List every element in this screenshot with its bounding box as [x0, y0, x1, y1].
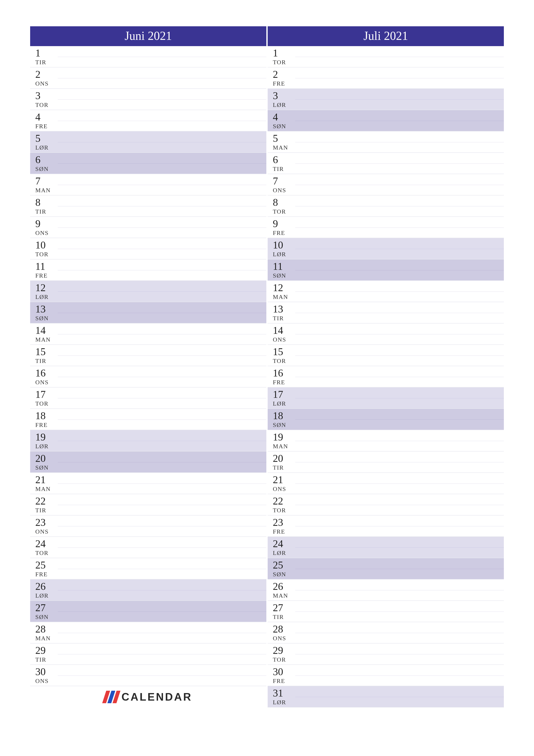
day-divider	[295, 483, 504, 484]
day-row: 26LØR	[30, 580, 267, 601]
day-divider	[58, 334, 267, 335]
day-weekday: TOR	[273, 208, 504, 215]
day-weekday: LØR	[35, 293, 267, 300]
day-row: 14MAN	[30, 323, 267, 345]
day-divider	[295, 99, 504, 100]
calendar-container: Juni 2021 1TIR2ONS3TOR4FRE5LØR6SØN7MAN8T…	[30, 26, 504, 708]
day-weekday: MAN	[273, 443, 504, 450]
day-divider	[58, 291, 267, 292]
day-row: 14ONS	[267, 323, 504, 345]
day-row: 17LØR	[267, 388, 504, 409]
day-divider	[295, 462, 504, 463]
day-divider	[295, 78, 504, 78]
day-row: 24LØR	[267, 537, 504, 558]
day-divider	[58, 547, 267, 548]
day-divider	[58, 249, 267, 249]
day-row: 20TIR	[267, 451, 504, 473]
day-row: 17TOR	[30, 388, 267, 409]
day-row: 9FRE	[267, 217, 504, 238]
day-row: 11SØN	[267, 259, 504, 281]
day-divider	[295, 185, 504, 185]
day-row: 19LØR	[30, 430, 267, 451]
day-weekday: TOR	[273, 507, 504, 514]
month-header: Juni 2021	[30, 26, 267, 46]
day-weekday: TIR	[35, 59, 267, 66]
day-weekday: LØR	[273, 550, 504, 556]
day-row: 23FRE	[267, 516, 504, 537]
day-divider	[58, 590, 267, 590]
day-weekday: MAN	[273, 592, 504, 599]
day-divider	[58, 57, 267, 57]
day-weekday: ONS	[273, 336, 504, 343]
day-weekday: SØN	[35, 166, 267, 173]
day-row: 8TIR	[30, 196, 267, 217]
day-weekday: SØN	[273, 421, 504, 428]
day-row: 25SØN	[267, 558, 504, 580]
day-row: 16FRE	[267, 366, 504, 388]
day-divider	[295, 355, 504, 356]
day-weekday: ONS	[35, 80, 267, 87]
day-weekday: FRE	[35, 272, 267, 279]
day-weekday: TOR	[35, 251, 267, 258]
day-weekday: MAN	[35, 336, 267, 343]
day-weekday: FRE	[273, 678, 504, 685]
day-divider	[58, 313, 267, 313]
day-weekday: SØN	[273, 123, 504, 130]
day-row: 10TOR	[30, 238, 267, 259]
day-divider	[58, 228, 267, 228]
day-weekday: TOR	[273, 59, 504, 66]
day-divider	[295, 142, 504, 143]
day-row: 1TOR	[267, 46, 504, 68]
day-weekday: SØN	[35, 464, 267, 471]
day-row: 11FRE	[30, 259, 267, 281]
day-row: 3LØR	[267, 89, 504, 110]
day-weekday: ONS	[35, 678, 267, 685]
day-divider	[58, 78, 267, 78]
day-row: 6TIR	[267, 153, 504, 174]
day-row: 3TOR	[30, 89, 267, 110]
day-row: 29TIR	[30, 643, 267, 665]
day-divider	[295, 419, 504, 420]
day-weekday: MAN	[35, 635, 267, 642]
day-divider	[295, 654, 504, 655]
day-weekday: TIR	[273, 166, 504, 173]
day-row: 9ONS	[30, 217, 267, 238]
day-divider	[295, 270, 504, 270]
day-divider	[295, 398, 504, 398]
day-weekday: TIR	[273, 464, 504, 471]
day-divider	[58, 526, 267, 526]
month-header: Juli 2021	[267, 26, 504, 46]
day-row: 13SØN	[30, 302, 267, 323]
day-weekday: SØN	[35, 315, 267, 322]
day-row: 20SØN	[30, 451, 267, 473]
day-divider	[58, 355, 267, 356]
day-divider	[295, 228, 504, 228]
day-row: 29TOR	[267, 643, 504, 665]
month-column-july: Juli 2021 1TOR2FRE3LØR4SØN5MAN6TIR7ONS8T…	[267, 26, 504, 708]
day-row: 12LØR	[30, 281, 267, 302]
month-days: 1TOR2FRE3LØR4SØN5MAN6TIR7ONS8TOR9FRE10LØ…	[267, 46, 504, 708]
day-divider	[58, 611, 267, 612]
day-weekday: LØR	[35, 144, 267, 151]
day-weekday: FRE	[35, 571, 267, 578]
day-weekday: TOR	[35, 550, 267, 556]
day-row: 27TIR	[267, 601, 504, 622]
day-divider	[295, 377, 504, 377]
day-row: 16ONS	[30, 366, 267, 388]
day-divider	[58, 270, 267, 270]
day-weekday: TIR	[35, 358, 267, 364]
day-weekday: LØR	[273, 251, 504, 258]
logo-text: CALENDAR	[121, 691, 192, 703]
day-row: 1TIR	[30, 46, 267, 68]
month-days: 1TIR2ONS3TOR4FRE5LØR6SØN7MAN8TIR9ONS10TO…	[30, 46, 267, 686]
day-row: 28ONS	[267, 622, 504, 643]
day-row: 21ONS	[267, 473, 504, 494]
day-row: 5MAN	[267, 131, 504, 153]
day-row: 23ONS	[30, 516, 267, 537]
day-weekday: LØR	[273, 400, 504, 407]
day-divider	[58, 206, 267, 206]
day-weekday: ONS	[35, 379, 267, 386]
day-divider	[58, 483, 267, 484]
day-weekday: TIR	[273, 315, 504, 322]
day-weekday: TOR	[273, 358, 504, 364]
